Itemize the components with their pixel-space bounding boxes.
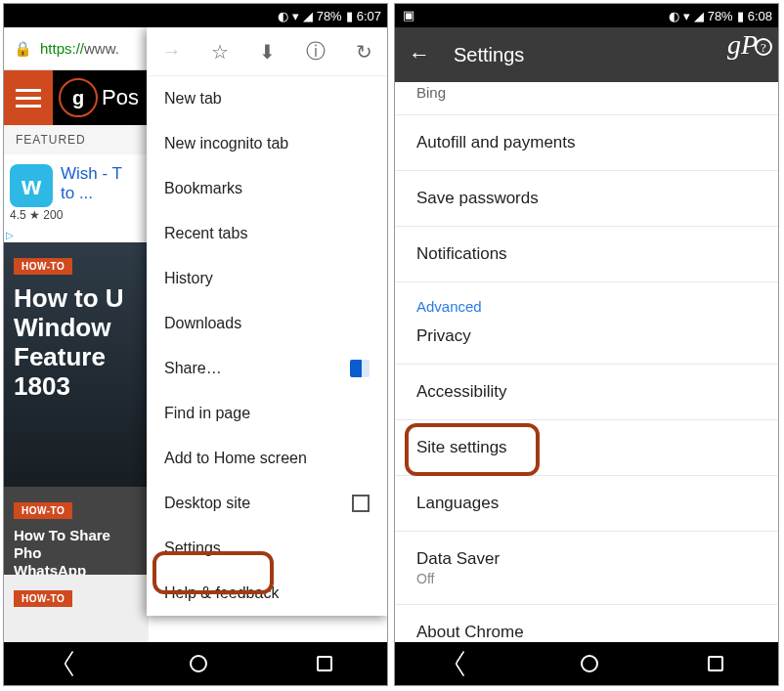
- site-header: g Pos: [4, 70, 149, 125]
- battery-icon: ▮: [737, 9, 744, 23]
- ad-block[interactable]: w Wish - Tto ... 4.5 ★ 200 ▷: [4, 154, 149, 242]
- howto-tag: HOW-TO: [14, 590, 72, 607]
- settings-header: ← Settings: [395, 27, 778, 82]
- ad-rating: 4.5 ★ 200: [10, 208, 143, 222]
- hamburger-icon[interactable]: [4, 70, 53, 125]
- gp-watermark: gP?: [727, 29, 772, 61]
- android-nav-bar: [4, 642, 387, 685]
- battery-icon: ▮: [346, 9, 353, 23]
- article-card[interactable]: HOW-TO How To Share Pho WhatsApp: [4, 487, 149, 575]
- settings-data-saver[interactable]: Data Saver Off: [395, 532, 778, 605]
- battery-percent: 78%: [317, 9, 342, 23]
- page-content: g Pos FEATURED w Wish - Tto ... 4.5 ★ 20…: [4, 70, 149, 646]
- menu-icon-row: → ☆ ⬇ ⓘ ↻: [147, 27, 387, 76]
- battery-percent: 78%: [708, 9, 733, 23]
- menu-share-label: Share…: [164, 360, 222, 377]
- menu-desktop-site[interactable]: Desktop site: [147, 481, 387, 526]
- url-host: www.: [84, 40, 119, 57]
- settings-site-settings[interactable]: Site settings: [395, 420, 778, 476]
- settings-languages[interactable]: Languages: [395, 476, 778, 532]
- howto-tag: HOW-TO: [14, 502, 72, 519]
- nav-recents-icon[interactable]: [317, 656, 332, 671]
- adchoices-icon[interactable]: ▷: [6, 230, 14, 240]
- settings-title: Settings: [454, 44, 524, 66]
- download-icon[interactable]: ⬇: [259, 40, 276, 64]
- settings-accessibility[interactable]: Accessibility: [395, 364, 778, 420]
- checkbox-icon[interactable]: [352, 495, 370, 512]
- featured-tab[interactable]: FEATURED: [4, 125, 149, 154]
- menu-recent-tabs[interactable]: Recent tabs: [147, 211, 387, 256]
- settings-save-passwords[interactable]: Save passwords: [395, 171, 778, 227]
- screenshot-notif-icon: ▣: [403, 8, 414, 22]
- menu-find-in-page[interactable]: Find in page: [147, 391, 387, 436]
- settings-section-advanced: Advanced: [395, 282, 778, 319]
- settings-data-saver-label: Data Saver: [416, 549, 757, 569]
- android-nav-bar: [395, 642, 778, 685]
- article-card[interactable]: HOW-TO: [4, 575, 149, 643]
- menu-share[interactable]: Share…: [147, 346, 387, 391]
- menu-settings[interactable]: Settings: [147, 526, 387, 571]
- settings-search-engine-value[interactable]: Bing: [395, 82, 778, 115]
- site-logo-text: Pos: [102, 85, 139, 110]
- lock-icon: 🔒: [14, 40, 32, 58]
- url-scheme: https://: [40, 40, 84, 57]
- back-arrow-icon[interactable]: ←: [409, 42, 430, 67]
- outlook-icon: [350, 360, 370, 377]
- menu-new-tab[interactable]: New tab: [147, 76, 387, 121]
- menu-history[interactable]: History: [147, 256, 387, 301]
- status-bar: ▣ ◐ ▾ ◢ 78% ▮ 6:08: [395, 4, 778, 27]
- bookmark-star-icon[interactable]: ☆: [211, 40, 229, 64]
- settings-data-saver-value: Off: [416, 571, 757, 586]
- clock: 6:07: [357, 9, 381, 23]
- nav-back-icon[interactable]: [64, 650, 81, 676]
- settings-about[interactable]: About Chrome: [395, 605, 778, 642]
- signal-icon: ◢: [303, 9, 313, 23]
- nav-back-icon[interactable]: [455, 650, 472, 676]
- nav-home-icon[interactable]: [581, 655, 598, 672]
- settings-privacy[interactable]: Privacy: [395, 319, 778, 364]
- dnd-icon: ◐: [278, 9, 288, 23]
- wifi-icon: ▾: [683, 9, 690, 23]
- menu-add-home[interactable]: Add to Home screen: [147, 436, 387, 481]
- wish-app-icon: w: [10, 164, 53, 207]
- menu-new-incognito[interactable]: New incognito tab: [147, 121, 387, 166]
- left-screenshot: ◐ ▾ ◢ 78% ▮ 6:07 🔒 https://www. g Pos FE…: [3, 3, 388, 686]
- settings-autofill[interactable]: Autofill and payments: [395, 115, 778, 171]
- right-screenshot: ▣ ◐ ▾ ◢ 78% ▮ 6:08 ← Settings gP? Bing A…: [394, 3, 779, 686]
- menu-help[interactable]: Help & feedback: [147, 571, 387, 616]
- article-title: How To Share Pho WhatsApp: [14, 527, 139, 580]
- info-icon[interactable]: ⓘ: [306, 38, 326, 65]
- wifi-icon: ▾: [292, 9, 299, 23]
- menu-downloads[interactable]: Downloads: [147, 301, 387, 346]
- nav-recents-icon[interactable]: [708, 656, 723, 671]
- reload-icon[interactable]: ↻: [356, 40, 372, 64]
- chrome-overflow-menu: → ☆ ⬇ ⓘ ↻ New tab New incognito tab Book…: [147, 27, 387, 616]
- menu-desktop-label: Desktop site: [164, 495, 250, 512]
- forward-icon: →: [161, 40, 181, 63]
- dnd-icon: ◐: [669, 9, 679, 23]
- howto-tag: HOW-TO: [14, 258, 72, 275]
- menu-bookmarks[interactable]: Bookmarks: [147, 166, 387, 211]
- nav-home-icon[interactable]: [190, 655, 207, 672]
- site-logo-icon[interactable]: g: [59, 78, 98, 117]
- signal-icon: ◢: [694, 9, 704, 23]
- settings-list[interactable]: Bing Autofill and payments Save password…: [395, 82, 778, 642]
- clock: 6:08: [748, 9, 772, 23]
- article-title: How to U Window Feature 1803: [14, 284, 139, 402]
- article-card[interactable]: HOW-TO How to U Window Feature 1803: [4, 242, 149, 487]
- settings-notifications[interactable]: Notifications: [395, 227, 778, 282]
- status-bar: ◐ ▾ ◢ 78% ▮ 6:07: [4, 4, 387, 27]
